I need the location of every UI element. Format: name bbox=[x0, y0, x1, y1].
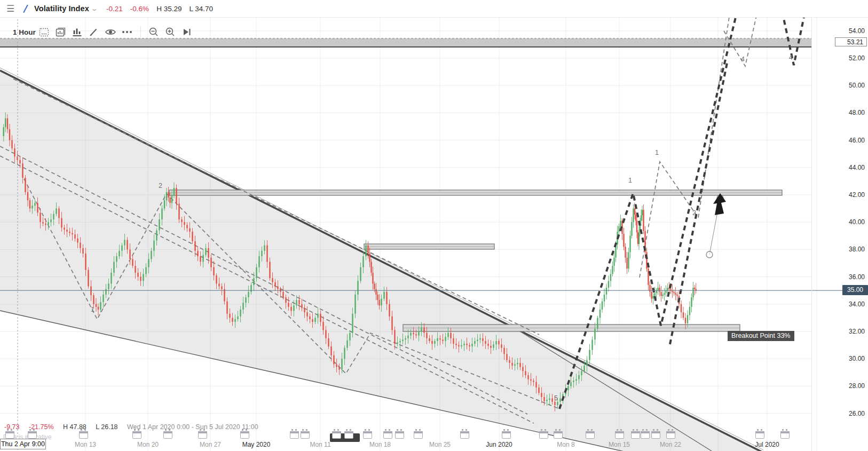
calendar-event-icon[interactable] bbox=[755, 431, 764, 439]
breakout-point-label: Breakout Point 33% bbox=[728, 331, 794, 341]
time-tick-label: Mon 18 bbox=[369, 441, 391, 448]
price-tick-label: 36.00 bbox=[826, 273, 865, 281]
status-bar: -9.73 -21.75% H 47.88 L 26.18 Wed 1 Apr … bbox=[4, 423, 258, 431]
calendar-event-icon[interactable] bbox=[363, 431, 372, 439]
price-tick-label: 54.00 bbox=[826, 27, 865, 35]
up-arrow-drawing[interactable] bbox=[713, 193, 726, 215]
price-tick-label: 34.00 bbox=[826, 300, 865, 308]
series-type-icon[interactable] bbox=[21, 4, 30, 13]
period-high: H 47.88 bbox=[63, 423, 86, 431]
time-tick-label: Mon 11 bbox=[310, 441, 330, 448]
wave-label: 1 bbox=[655, 149, 659, 156]
period-range: Wed 1 Apr 2020 0:00 - Sun 5 Jul 2020 11:… bbox=[127, 423, 258, 431]
session-change: -0.21 bbox=[106, 5, 123, 13]
price-tick-label: 52.00 bbox=[826, 54, 865, 62]
price-tick-label: 28.00 bbox=[826, 382, 865, 390]
price-tick-label: 50.00 bbox=[826, 82, 865, 89]
time-tick-label: Mon 27 bbox=[200, 441, 221, 448]
calendar-event-icon[interactable] bbox=[240, 431, 249, 439]
crosshair-time-label: Thu 2 Apr 9:00 bbox=[0, 439, 46, 449]
trendline-handle[interactable] bbox=[706, 251, 713, 258]
wave-label: 4 bbox=[789, 54, 793, 61]
wave-label: 4 bbox=[741, 56, 745, 63]
price-axis-separator bbox=[811, 17, 812, 451]
calendar-event-icon[interactable] bbox=[651, 431, 660, 439]
draw-icon[interactable] bbox=[86, 25, 102, 39]
trend-channel-drawing[interactable] bbox=[0, 68, 763, 451]
visibility-icon[interactable] bbox=[102, 25, 119, 39]
price-tick-label: 42.00 bbox=[826, 191, 865, 199]
calendar-event-icon[interactable] bbox=[780, 431, 790, 439]
menu-icon[interactable]: ☰ bbox=[6, 4, 16, 13]
wave-label: 2 bbox=[159, 182, 162, 189]
calendar-event-icon[interactable] bbox=[502, 431, 511, 439]
last-price-badge: 35.00 bbox=[842, 285, 868, 295]
time-tick-label: Mon 8 bbox=[557, 441, 574, 448]
chart-panel-icon[interactable] bbox=[53, 25, 69, 39]
period-change-pct: -21.75% bbox=[29, 423, 54, 431]
period-low: L 26.18 bbox=[96, 423, 117, 431]
calendar-event-icon[interactable] bbox=[301, 431, 310, 439]
trading-app: 12511244 ☰ Volatility Index ⌄ -0.21 -0.6… bbox=[0, 0, 868, 451]
time-tick-label: Mon 15 bbox=[609, 441, 630, 448]
calendar-event-icon[interactable] bbox=[163, 431, 172, 439]
chevron-down-icon[interactable]: ⌄ bbox=[91, 5, 98, 12]
zoom-in-icon[interactable] bbox=[162, 25, 178, 39]
calendar-event-icon[interactable] bbox=[383, 431, 392, 439]
calendar-event-icon[interactable] bbox=[414, 431, 423, 439]
calendar-event-icon[interactable] bbox=[539, 431, 548, 439]
session-change-pct: -0.6% bbox=[130, 5, 149, 13]
symbol-title[interactable]: Volatility Index bbox=[34, 4, 89, 13]
price-tick-label: 30.00 bbox=[826, 355, 865, 362]
time-tick-label: Jun 2020 bbox=[486, 441, 512, 448]
calendar-event-icon[interactable] bbox=[198, 431, 207, 439]
time-tick-label: May 2020 bbox=[242, 441, 271, 448]
calendar-event-icon[interactable] bbox=[132, 431, 141, 439]
calendar-event-icon[interactable] bbox=[460, 431, 469, 439]
session-high: H 35.29 bbox=[156, 5, 182, 13]
calendar-event-icon[interactable] bbox=[641, 431, 650, 439]
period-change: -9.73 bbox=[4, 423, 20, 431]
calendar-event-icon[interactable] bbox=[332, 431, 341, 439]
level-price-badge: 53.21 bbox=[835, 37, 867, 46]
price-tick-label: 38.00 bbox=[826, 246, 865, 253]
time-tick-label: Jul 2020 bbox=[755, 441, 779, 448]
calendar-event-icon[interactable] bbox=[28, 431, 37, 439]
wave-label: 2 bbox=[692, 209, 696, 217]
chart-toolbar: 1 Hour bbox=[0, 23, 195, 41]
calendar-event-icon[interactable] bbox=[344, 431, 353, 439]
more-icon[interactable] bbox=[119, 25, 135, 39]
zoom-out-icon[interactable] bbox=[146, 25, 162, 39]
calendar-event-icon[interactable] bbox=[554, 431, 563, 439]
symbol-header: ☰ Volatility Index ⌄ -0.21 -0.6% H 35.29… bbox=[0, 0, 868, 18]
price-tick-label: 26.00 bbox=[826, 410, 865, 417]
price-tick-label: 40.00 bbox=[826, 218, 865, 226]
projection-wave-lines[interactable] bbox=[559, 0, 810, 409]
time-tick-label: Mon 13 bbox=[75, 441, 96, 448]
calendar-event-icon[interactable] bbox=[586, 431, 595, 439]
time-tick-label: Mon 22 bbox=[660, 441, 681, 448]
price-tick-label: 32.00 bbox=[826, 328, 865, 335]
calendar-event-icon[interactable] bbox=[615, 431, 624, 439]
indicator-grid-icon[interactable] bbox=[36, 25, 52, 39]
wave-label: 1 bbox=[91, 306, 94, 313]
calendar-event-icon[interactable] bbox=[290, 431, 299, 439]
wave-label: 1 bbox=[628, 177, 632, 184]
time-tick-label: Mon 20 bbox=[137, 441, 159, 448]
calendar-event-icon[interactable] bbox=[5, 431, 14, 439]
wave-label: 5 bbox=[554, 394, 558, 402]
interval-selector[interactable]: 1 Hour bbox=[13, 28, 36, 36]
calendar-event-icon[interactable] bbox=[631, 431, 640, 439]
chart-canvas[interactable]: 12511244 bbox=[0, 0, 868, 451]
price-tick-label: 48.00 bbox=[826, 109, 865, 116]
price-tick-label: 44.00 bbox=[826, 164, 865, 171]
price-tick-label: 46.00 bbox=[826, 137, 865, 144]
calendar-event-icon[interactable] bbox=[79, 431, 88, 439]
toolbar-separator bbox=[140, 26, 141, 38]
bar-chart-icon[interactable] bbox=[69, 25, 85, 39]
calendar-event-icon[interactable] bbox=[666, 431, 675, 439]
session-low: L 34.70 bbox=[189, 5, 213, 13]
calendar-event-icon[interactable] bbox=[395, 431, 404, 439]
go-to-latest-icon[interactable] bbox=[179, 25, 195, 39]
time-tick-label: Mon 25 bbox=[429, 441, 451, 448]
